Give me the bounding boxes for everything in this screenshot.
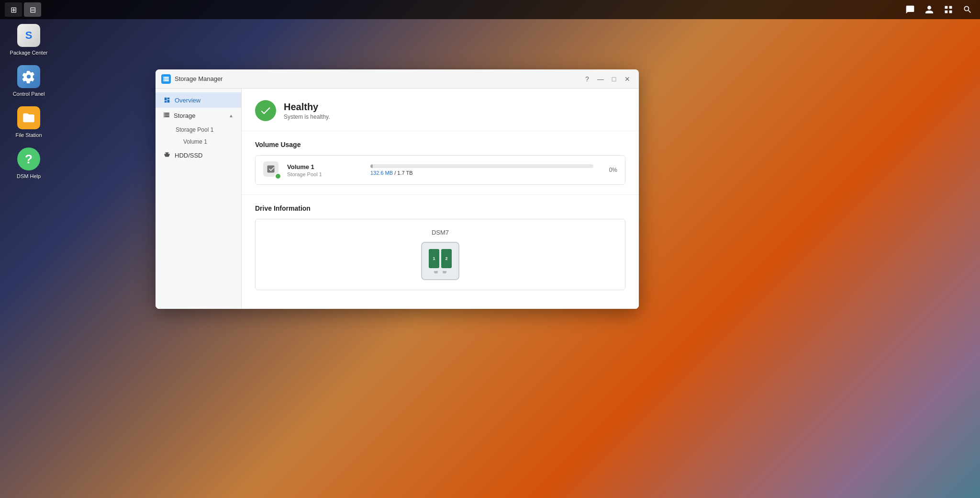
file-station-desktop-icon[interactable]: File Station — [10, 106, 48, 138]
volume-percent: 0% — [600, 167, 617, 173]
volume-bar-track — [370, 164, 593, 168]
drive-card: DSM7 1 2 — [255, 219, 625, 290]
volume-usage-title: Volume Usage — [255, 141, 625, 148]
volume-row: Volume 1 Storage Pool 1 132.6 MB / 1.7 T… — [255, 155, 625, 185]
grid-view-button[interactable]: ⊞ — [5, 2, 22, 17]
nas-foot-right — [443, 271, 446, 273]
taskbar: ⊞ ⊟ — [0, 0, 980, 19]
svg-rect-1 — [949, 6, 952, 9]
window-controls: ? — □ ✕ — [581, 73, 633, 85]
svg-rect-2 — [945, 11, 948, 13]
volume-label: Volume 1 — [183, 138, 207, 145]
window-switch-icon[interactable] — [941, 2, 956, 17]
search-icon[interactable] — [960, 2, 975, 17]
main-content: Healthy System is healthy. Volume Usage — [242, 89, 639, 309]
file-station-label: File Station — [15, 132, 42, 138]
minimize-button[interactable]: — — [595, 73, 606, 85]
nas-foot-left — [434, 271, 438, 273]
storage-pool-label: Storage Pool 1 — [176, 126, 213, 133]
list-view-button[interactable]: ⊟ — [24, 2, 41, 17]
overview-icon — [163, 96, 171, 104]
health-status-title: Healthy — [284, 102, 330, 113]
volume-name: Volume 1 — [287, 163, 364, 170]
volume-bar-wrap: 132.6 MB / 1.7 TB — [370, 164, 593, 176]
volume-total: 1.7 TB — [397, 170, 412, 176]
desktop: ⊞ ⊟ S Package Center — [0, 0, 980, 498]
storage-manager-window: Storage Manager ? — □ ✕ Overview — [156, 69, 639, 309]
control-panel-label: Control Panel — [13, 91, 45, 97]
sidebar-volume[interactable]: Volume 1 — [156, 136, 241, 147]
volume-usage-section: Volume Usage Volume 1 Storage Pool 1 — [242, 131, 639, 195]
nas-feet — [434, 271, 446, 273]
nas-chassis: 1 2 — [421, 242, 459, 280]
window-title: Storage Manager — [175, 75, 578, 82]
sidebar-storage-group: Storage ▲ Storage Pool 1 Volume 1 — [156, 108, 241, 147]
health-text: Healthy System is healthy. — [284, 102, 330, 120]
storage-chevron-icon: ▲ — [229, 113, 234, 118]
user-icon[interactable] — [922, 2, 937, 17]
window-titlebar: Storage Manager ? — □ ✕ — [156, 69, 639, 89]
volume-health-badge — [275, 173, 281, 180]
sidebar-item-overview[interactable]: Overview — [156, 92, 241, 108]
nas-drive-2: 2 — [441, 249, 452, 268]
volume-used: 132.6 MB — [370, 170, 393, 176]
hdd-icon — [163, 151, 171, 159]
storage-label: Storage — [174, 112, 196, 119]
nas-drives-row: 1 2 — [429, 249, 452, 268]
overview-label: Overview — [175, 97, 200, 104]
nas-device: 1 2 — [265, 242, 615, 280]
taskbar-left: ⊞ ⊟ — [5, 2, 41, 17]
package-center-label: Package Center — [10, 50, 48, 56]
sidebar: Overview Storage ▲ Storage Pool 1 — [156, 89, 242, 309]
dsm-help-desktop-icon[interactable]: ? DSM Help — [10, 147, 48, 179]
volume-pool-name: Storage Pool 1 — [287, 171, 364, 177]
sidebar-hdd-ssd[interactable]: HDD/SSD — [156, 147, 241, 163]
taskbar-right — [902, 2, 975, 17]
desktop-icons: S Package Center Control Panel File Stat… — [10, 24, 48, 179]
hdd-ssd-label: HDD/SSD — [175, 152, 203, 159]
control-panel-desktop-icon[interactable]: Control Panel — [10, 65, 48, 97]
health-section: Healthy System is healthy. — [242, 89, 639, 131]
window-body: Overview Storage ▲ Storage Pool 1 — [156, 89, 639, 309]
package-center-desktop-icon[interactable]: S Package Center — [10, 24, 48, 56]
nas-drive-1: 1 — [429, 249, 439, 268]
volume-icon-wrap — [263, 161, 280, 179]
chat-icon[interactable] — [902, 2, 918, 17]
close-button[interactable]: ✕ — [622, 73, 633, 85]
dsm-help-label: DSM Help — [17, 173, 41, 179]
help-button[interactable]: ? — [581, 73, 593, 85]
sidebar-storage-pool[interactable]: Storage Pool 1 — [156, 124, 241, 136]
volume-bar-fill — [370, 164, 373, 168]
svg-rect-0 — [945, 6, 948, 9]
svg-rect-3 — [949, 11, 952, 13]
app-icon — [161, 74, 171, 84]
storage-icon — [163, 112, 170, 120]
volume-sizes: 132.6 MB / 1.7 TB — [370, 170, 593, 176]
drive-information-section: Drive Information DSM7 1 2 — [242, 195, 639, 300]
maximize-button[interactable]: □ — [608, 73, 620, 85]
sidebar-storage-header[interactable]: Storage ▲ — [156, 108, 241, 124]
health-description: System is healthy. — [284, 113, 330, 120]
health-status-icon — [255, 100, 276, 121]
device-label: DSM7 — [265, 229, 615, 236]
volume-info: Volume 1 Storage Pool 1 — [287, 163, 364, 177]
drive-info-title: Drive Information — [255, 204, 625, 212]
